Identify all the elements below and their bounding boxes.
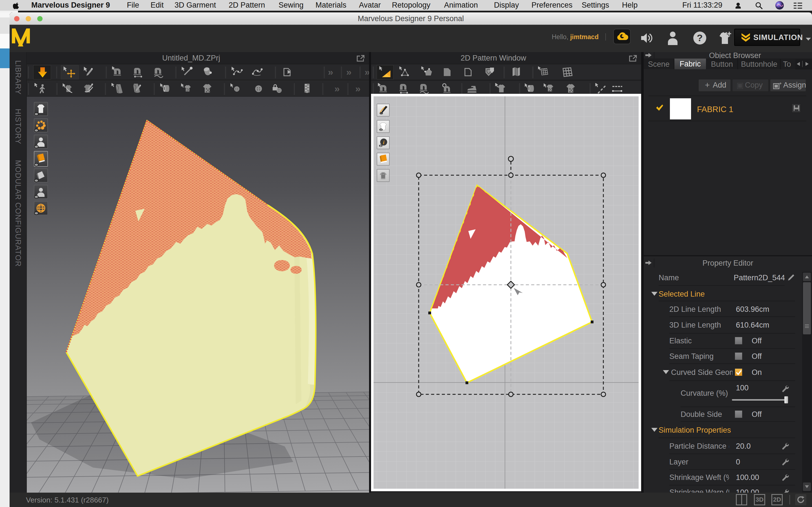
svg-text:?: ? (697, 33, 703, 43)
svg-text:i: i (383, 139, 385, 145)
svg-text:+: + (779, 82, 781, 86)
